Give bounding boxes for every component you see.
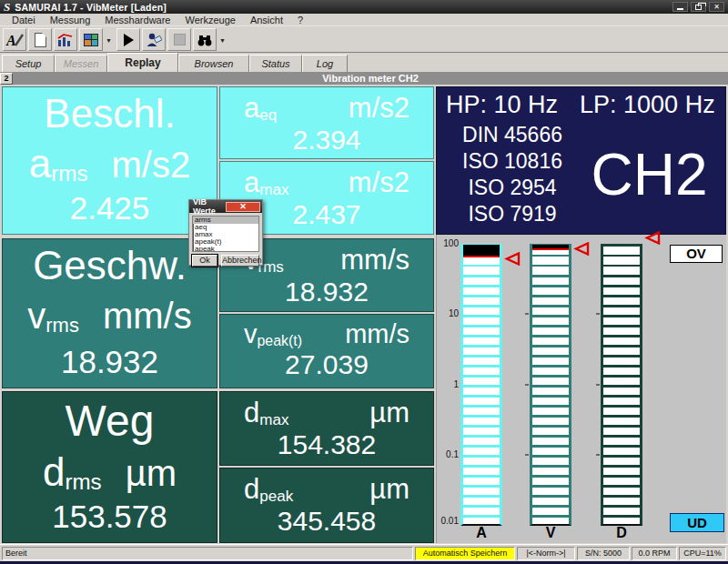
title-bar: S SAMURAI 1.7 - VibMeter [Laden] ✕: [0, 0, 728, 14]
aeq-value: 2.394: [244, 125, 410, 156]
displacement-main-panel: Weg drms µm 153.578: [2, 391, 217, 543]
velocity-rms-value: 18.932: [61, 344, 158, 380]
standards-list: DIN 45666 ISO 10816 ISO 2954 ISO 7919: [444, 122, 581, 227]
tab-browsen[interactable]: Browsen: [178, 55, 249, 72]
tab-log[interactable]: Log: [302, 55, 348, 72]
new-measurement-button[interactable]: [28, 28, 52, 51]
menu-datei[interactable]: Datei: [5, 15, 42, 25]
displacement-title: Weg: [66, 396, 155, 446]
bar-label-a: A: [460, 525, 502, 541]
tab-status[interactable]: Status: [249, 55, 302, 72]
peak-marker-icon: [504, 252, 521, 266]
person-notes-icon: [146, 32, 162, 47]
standard-item: ISO 2954: [444, 175, 581, 201]
ok-button[interactable]: Ok: [192, 255, 217, 267]
menu-messhardware[interactable]: Messhardware: [98, 15, 177, 25]
menu-bar: Datei Messung Messhardware Werkzeuge Ans…: [0, 14, 728, 26]
tab-replay[interactable]: Replay: [107, 53, 178, 72]
close-button[interactable]: ✕: [709, 2, 724, 12]
acceleration-rms-value: 2.425: [70, 190, 150, 227]
standard-item: ISO 7919: [444, 201, 581, 227]
dmax-symbol: dmax µm: [244, 397, 410, 429]
panel-index-button[interactable]: 2: [0, 73, 13, 85]
chevron-down-icon[interactable]: ▼: [219, 37, 226, 44]
acceleration-main-panel: Beschl. arms m/s2 2.425: [2, 86, 217, 235]
dmax-value: 154.382: [244, 429, 410, 460]
play-button[interactable]: [116, 28, 140, 51]
restore-icon: [695, 5, 702, 10]
dialog-title: VIB Werte: [193, 197, 226, 216]
lowpass-value: LP: 1000 Hz: [580, 91, 715, 119]
meter-bar-displacement: [601, 244, 642, 526]
amax-value: 2.437: [244, 199, 410, 230]
level-meter-panel: 100 10 1 0.1 0.01 A V D OV UD: [436, 235, 726, 543]
menu-help[interactable]: ?: [291, 15, 309, 25]
restore-button[interactable]: [691, 2, 706, 12]
stop-button[interactable]: [167, 28, 191, 51]
highpass-value: HP: 10 Hz: [446, 91, 558, 119]
displacement-peak-cell: dpeak µm 345.458: [219, 468, 434, 543]
chevron-down-icon[interactable]: ▼: [106, 37, 112, 44]
scale-tick-0-01: 0.01: [437, 516, 459, 526]
serial-number: S/N: 5000: [577, 547, 630, 560]
channel-label: CH2: [581, 141, 718, 208]
underdrive-button[interactable]: UD: [670, 513, 724, 532]
filter-channel-panel: HP: 10 Hz LP: 1000 Hz DIN 45666 ISO 1081…: [436, 86, 726, 235]
new-document-icon: [35, 33, 46, 47]
menu-werkzeuge[interactable]: Werkzeuge: [178, 15, 241, 25]
chart-view-button[interactable]: [54, 28, 77, 51]
chart-hand-icon: [57, 33, 74, 47]
bar-peak-line: [532, 248, 569, 250]
status-ready: Bereit: [2, 547, 413, 560]
scale-tick-1: 1: [437, 379, 459, 389]
standard-item: DIN 45666: [444, 122, 581, 148]
vrms-symbol: vrms mm/s: [244, 244, 410, 277]
meter-bar-velocity: [530, 244, 571, 526]
vpeak-value: 27.039: [244, 349, 410, 380]
dialog-title-bar[interactable]: VIB Werte ✕: [189, 200, 262, 213]
value-listbox[interactable]: arms aeq amax apeak(t) apeak: [192, 216, 259, 252]
bar-label-v: V: [530, 525, 571, 541]
acceleration-symbol: arms m/s2: [29, 141, 190, 186]
stop-icon: [174, 34, 186, 45]
filter-settings: HP: 10 Hz LP: 1000 Hz: [444, 91, 718, 119]
menu-messung[interactable]: Messung: [44, 15, 97, 25]
velocity-title: Geschw.: [33, 243, 187, 288]
aeq-symbol: aeq m/s2: [244, 92, 410, 125]
vrms-value: 18.932: [244, 277, 410, 307]
status-bar: Bereit Automatisch Speichern |<-Norm->| …: [0, 544, 728, 561]
vpeak-symbol: vpeak(t) mm/s: [244, 319, 410, 349]
standard-item: ISO 10816: [444, 148, 581, 175]
displacement-symbol: drms µm: [43, 449, 177, 495]
displacement-max-cell: dmax µm 154.382: [219, 391, 434, 466]
autosave-badge: Automatisch Speichern: [415, 547, 515, 560]
minimize-button[interactable]: [672, 2, 688, 12]
peak-marker-icon: [644, 231, 661, 245]
screens-grid-icon: [84, 34, 98, 46]
search-button[interactable]: [193, 28, 217, 51]
minimize-icon: [677, 8, 683, 10]
cpu-indicator: CPU=11%: [679, 547, 726, 560]
bar-track: [530, 244, 571, 526]
overload-button[interactable]: OV: [670, 245, 723, 263]
bar-label-d: D: [601, 525, 642, 541]
cancel-button[interactable]: Abbrechen: [221, 255, 259, 267]
tab-setup[interactable]: Setup: [2, 55, 55, 72]
operator-report-button[interactable]: [142, 28, 166, 51]
dpeak-value: 345.458: [244, 506, 410, 537]
vib-werte-dialog: VIB Werte ✕ arms aeq amax apeak(t) apeak…: [188, 199, 263, 266]
samurai-pen-icon: A: [5, 32, 24, 48]
bar-headroom: [463, 245, 500, 256]
toolbar: A ▼ ▼ Geschwindig: [0, 26, 728, 53]
window-title: SAMURAI 1.7 - VibMeter [Laden]: [15, 2, 167, 13]
hardware-config-button[interactable]: A: [3, 28, 26, 51]
rpm-indicator: 0.0 RPM: [632, 547, 677, 560]
tab-bar: Setup Messen Replay Browsen Status Log: [0, 53, 728, 72]
menu-ansicht[interactable]: Ansicht: [244, 15, 289, 25]
list-item-apeak[interactable]: apeak: [193, 246, 258, 252]
velocity-peak-cell: vpeak(t) mm/s 27.039: [219, 314, 434, 388]
dialog-close-icon[interactable]: ✕: [226, 202, 260, 212]
screen-layout-button[interactable]: [79, 28, 103, 51]
displacement-rms-value: 153.578: [52, 499, 167, 535]
tab-messen[interactable]: Messen: [55, 55, 107, 72]
